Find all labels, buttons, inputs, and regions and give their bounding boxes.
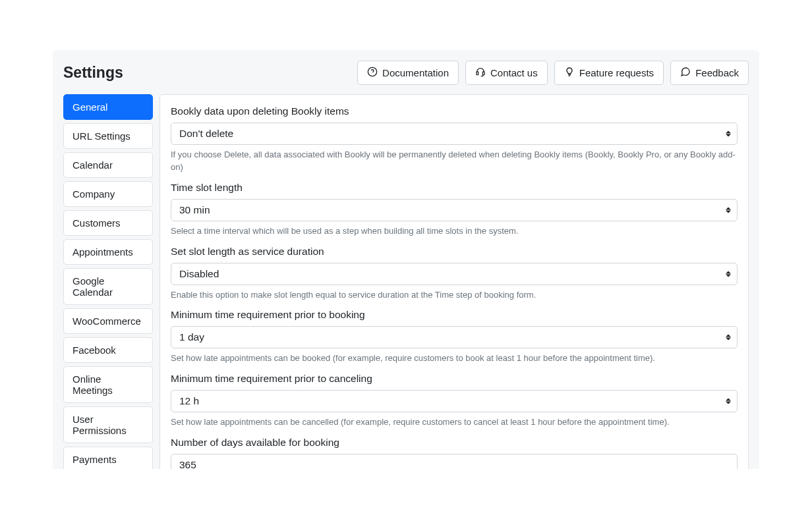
header-actions: Documentation Contact us Feature request… — [357, 61, 749, 85]
help-icon — [367, 67, 378, 79]
slot-as-duration-select[interactable]: Disabled — [171, 263, 738, 285]
min-prior-booking-select[interactable]: 1 day — [171, 326, 738, 348]
field-delete-data: Bookly data upon deleting Bookly items D… — [171, 105, 738, 174]
tab-company[interactable]: Company — [63, 181, 153, 207]
field-slot-length: Time slot length 30 min Select a time in… — [171, 182, 738, 238]
chat-icon — [680, 67, 691, 79]
slot-length-help: Select a time interval which will be use… — [171, 225, 738, 238]
min-prior-cancel-select[interactable]: 12 h — [171, 390, 738, 412]
tab-user-permissions[interactable]: User Permissions — [63, 406, 153, 443]
slot-as-duration-help: Enable this option to make slot length e… — [171, 289, 738, 302]
settings-panel: Settings Documentation Contact us — [53, 50, 759, 469]
field-days-available: Number of days available for booking Set… — [171, 437, 738, 469]
header: Settings Documentation Contact us — [63, 61, 749, 94]
lightbulb-icon — [564, 67, 575, 79]
tab-customers[interactable]: Customers — [63, 210, 153, 236]
headset-icon — [475, 67, 486, 79]
min-prior-booking-help: Set how late appointments can be booked … — [171, 352, 738, 365]
slot-as-duration-label: Set slot length as service duration — [171, 246, 738, 258]
min-prior-cancel-label: Minimum time requirement prior to cancel… — [171, 373, 738, 385]
tab-url-settings[interactable]: URL Settings — [63, 123, 153, 149]
feature-requests-button[interactable]: Feature requests — [554, 61, 664, 85]
tab-calendar[interactable]: Calendar — [63, 152, 153, 178]
slot-length-label: Time slot length — [171, 182, 738, 194]
field-min-prior-booking: Minimum time requirement prior to bookin… — [171, 309, 738, 365]
tab-general[interactable]: General — [63, 94, 153, 120]
documentation-button[interactable]: Documentation — [357, 61, 459, 85]
delete-data-label: Bookly data upon deleting Bookly items — [171, 105, 738, 117]
min-prior-booking-label: Minimum time requirement prior to bookin… — [171, 309, 738, 321]
tab-payments[interactable]: Payments — [63, 447, 153, 469]
slot-length-select[interactable]: 30 min — [171, 199, 738, 221]
settings-content: Bookly data upon deleting Bookly items D… — [160, 94, 749, 469]
contact-button[interactable]: Contact us — [465, 61, 548, 85]
field-slot-as-duration: Set slot length as service duration Disa… — [171, 246, 738, 302]
tab-woocommerce[interactable]: WooCommerce — [63, 308, 153, 334]
field-min-prior-cancel: Minimum time requirement prior to cancel… — [171, 373, 738, 429]
svg-rect-2 — [477, 72, 478, 75]
sidebar: General URL Settings Calendar Company Cu… — [63, 94, 153, 469]
min-prior-cancel-help: Set how late appointments can be cancell… — [171, 416, 738, 429]
tab-online-meetings[interactable]: Online Meetings — [63, 366, 153, 403]
days-available-input[interactable] — [171, 454, 738, 469]
tab-appointments[interactable]: Appointments — [63, 239, 153, 265]
page-title: Settings — [63, 64, 123, 82]
days-available-label: Number of days available for booking — [171, 437, 738, 449]
svg-rect-3 — [482, 72, 484, 75]
feedback-button[interactable]: Feedback — [670, 61, 749, 85]
delete-data-select[interactable]: Don't delete — [171, 123, 738, 145]
delete-data-help: If you choose Delete, all data associate… — [171, 149, 738, 174]
tab-facebook[interactable]: Facebook — [63, 337, 153, 363]
tab-google-calendar[interactable]: Google Calendar — [63, 268, 153, 305]
